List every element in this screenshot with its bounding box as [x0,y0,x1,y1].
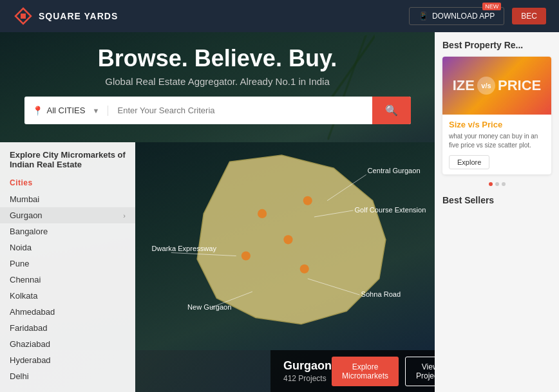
svg-text:New Gurgaon: New Gurgaon [187,303,231,311]
city-name: Kolkata [10,291,37,301]
dot-1 [489,182,493,186]
svg-text:Central Gurgaon: Central Gurgaon [368,167,421,174]
project-city-name: Gurgaon [283,359,332,373]
project-count: 412 Projects [283,374,332,383]
city-name: Bangalore [10,227,48,236]
city-name: Pune [10,259,29,268]
dot-2 [495,182,499,186]
property-card: IZE v/s PRICE Size v/s Price what your m… [442,57,551,174]
svg-text:Golf Course Extension: Golf Course Extension [354,206,426,214]
city-item[interactable]: Pune [0,256,135,272]
city-name: Noida [10,243,32,252]
location-pin-icon: 📍 [32,106,43,116]
logo-text: SQUARE YARDS [39,11,118,21]
city-item[interactable]: Gurgaon› [0,207,135,223]
gurgaon-map-svg: Central Gurgaon Golf Course Extension Dw… [142,149,435,357]
svg-point-7 [242,251,251,260]
left-panel: Browse. Believe. Buy. Global Real Estate… [0,32,435,392]
svg-point-8 [300,265,309,274]
city-name: Gurgaon [10,210,43,220]
card-description: what your money can buy in an five price… [449,132,545,150]
city-name: Faridabad [10,323,48,333]
search-button[interactable]: 🔍 [372,97,411,124]
city-selector[interactable]: 📍 All CITIES ▼ [24,106,108,116]
property-card-image: IZE v/s PRICE [442,57,551,115]
city-item[interactable]: Chennai [0,272,135,288]
download-label: DOWNLOAD APP [432,12,495,21]
best-property-title: Best Property Re... [442,40,551,50]
property-card-body: Size v/s Price what your money can buy i… [442,115,551,174]
best-sellers-title: Best Sellers [442,195,551,205]
hero-title: Browse. Believe. Buy. [19,45,415,72]
view-projects-button[interactable]: View Projects [405,357,435,386]
best-property-label: Best Property Re... [442,40,523,50]
search-bar: 📍 All CITIES ▼ 🔍 [24,97,411,124]
hero-subtitle: Global Real Estate Aggregator. Already N… [19,76,415,87]
svg-point-6 [283,235,292,244]
city-name: Delhi [10,371,29,381]
svg-text:Dwarka Expressway: Dwarka Expressway [151,245,216,252]
download-app-button[interactable]: 📱 DOWNLOAD APP NEW [409,7,504,25]
city-item[interactable]: Noida [0,239,135,256]
chevron-down-icon: ▼ [93,107,100,115]
cities-heading: Cities [0,176,135,191]
project-bar: Gurgaon 412 Projects Explore Micromarket… [270,350,435,392]
explore-section: Explore City Micromarkets of Indian Real… [0,142,435,392]
svg-point-4 [258,209,267,218]
city-item[interactable]: Delhi [0,368,135,384]
map-background: Central Gurgaon Golf Course Extension Dw… [135,142,435,350]
city-item[interactable]: Ghaziabad [0,336,135,352]
bec-button[interactable]: BEC [512,8,546,24]
city-name: Mumbai [10,194,39,204]
mobile-icon: 📱 [419,12,428,21]
explore-micromarkets-button[interactable]: Explore Micromarkets [332,357,399,386]
city-list: MumbaiGurgaon›BangaloreNoidaPuneChennaiK… [0,191,135,384]
header: SQUARE YARDS 📱 DOWNLOAD APP NEW BEC [0,0,559,32]
city-item[interactable]: Mumbai [0,191,135,207]
progress-dots [442,182,551,186]
city-name: Ahmedabad [10,307,55,317]
new-badge: NEW [482,3,501,10]
right-panel: Best Property Re... IZE v/s PRICE Size v… [435,32,559,392]
logo-area: SQUARE YARDS [13,6,118,26]
main-layout: Browse. Believe. Buy. Global Real Estate… [0,32,559,392]
price-text: PRICE [498,77,541,94]
header-right: 📱 DOWNLOAD APP NEW BEC [409,7,546,25]
city-name: Ghaziabad [10,339,50,349]
svg-point-5 [303,196,312,205]
map-container: Central Gurgaon Golf Course Extension Dw… [135,142,435,392]
vs-circle: v/s [477,77,495,95]
search-input[interactable] [108,98,372,123]
city-list-panel: Explore City Micromarkets of Indian Real… [0,142,135,392]
logo-icon [13,6,33,26]
svg-text:Sohna Road: Sohna Road [361,290,401,298]
arrow-icon: › [123,212,126,219]
card-explore-button[interactable]: Explore [449,155,489,169]
explore-heading: Explore City Micromarkets of Indian Real… [0,150,135,176]
size-vs-price-overlay: IZE v/s PRICE [442,57,551,115]
size-text: IZE [453,77,475,94]
city-selector-text: All CITIES [47,106,86,115]
city-item[interactable]: Ahmedabad [0,304,135,320]
project-info: Gurgaon 412 Projects [283,359,332,383]
city-name: Chennai [10,275,41,285]
city-name: Hyderabad [10,355,51,365]
vs-text: v/s [481,82,491,89]
city-item[interactable]: Kolkata [0,288,135,304]
dot-3 [502,182,506,186]
city-item[interactable]: Faridabad [0,320,135,336]
city-item[interactable]: Bangalore [0,223,135,239]
card-title: Size v/s Price [449,120,545,129]
city-item[interactable]: Hyderabad [0,352,135,368]
project-buttons: Explore Micromarkets View Projects [332,357,435,386]
svg-rect-2 [21,14,26,19]
